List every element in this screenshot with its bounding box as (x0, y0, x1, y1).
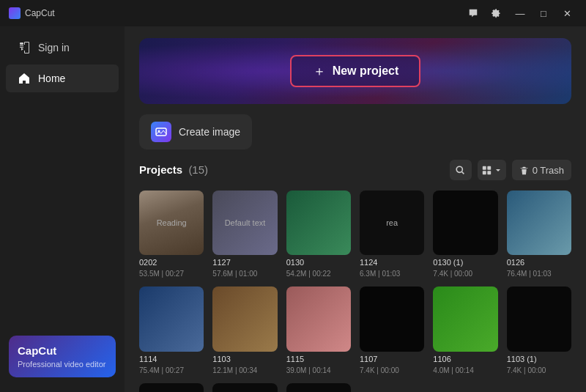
project-thumbnail (139, 383, 204, 392)
project-meta: 7.4K | 00:00 (433, 270, 497, 278)
projects-grid: Reading020253.5M | 00:27Default text1127… (139, 191, 571, 392)
thumb-label: rea (360, 191, 424, 255)
svg-rect-9 (482, 171, 486, 174)
create-image-button[interactable]: Create image (139, 114, 252, 149)
project-card[interactable] (212, 383, 277, 392)
project-name: 0130 (286, 258, 351, 267)
svg-line-6 (462, 171, 464, 174)
project-thumbnail (286, 191, 351, 255)
grid-toggle-button[interactable] (478, 160, 506, 180)
feedback-btn[interactable] (463, 5, 483, 21)
home-label: Home (38, 73, 65, 84)
new-project-label: New project (333, 64, 399, 78)
project-meta: 39.0M | 00:14 (286, 366, 351, 374)
project-thumbnail: rea (360, 191, 424, 255)
project-card[interactable]: 013054.2M | 00:22 (286, 191, 351, 278)
project-card[interactable]: 1103 (1)7.4K | 00:00 (507, 286, 571, 374)
projects-title-area: Projects (15) (139, 163, 208, 177)
svg-rect-2 (20, 47, 23, 48)
svg-point-5 (456, 166, 462, 172)
project-name: 1106 (433, 355, 497, 363)
project-card[interactable]: Reading020253.5M | 00:27 (139, 191, 204, 278)
project-card[interactable]: 111475.4M | 00:27 (139, 286, 204, 374)
project-card[interactable]: 110312.1M | 00:34 (212, 286, 277, 374)
minimize-btn[interactable]: — (510, 5, 530, 21)
project-card[interactable] (286, 383, 351, 392)
sidebar-item-signin[interactable]: Sign in (6, 34, 119, 62)
project-name: 1127 (212, 258, 277, 267)
create-image-section: Create image (139, 114, 571, 149)
project-thumbnail (360, 286, 424, 351)
title-bar: CapCut — □ ✕ (0, 0, 586, 26)
project-name: 0202 (139, 258, 204, 267)
project-thumbnail (139, 286, 204, 351)
capcut-branding: CapCut Professional video editor (9, 336, 116, 377)
project-meta: 7.4K | 00:00 (507, 366, 571, 374)
trash-label: 0 Trash (533, 165, 564, 176)
project-meta: 57.6M | 01:00 (212, 270, 277, 278)
trash-button[interactable]: 0 Trash (512, 160, 571, 180)
capcut-logo-text: CapCut (18, 344, 107, 357)
close-btn[interactable]: ✕ (557, 5, 577, 21)
project-name: 1103 (1) (507, 355, 571, 363)
project-name: 1107 (360, 355, 424, 363)
project-name: 0126 (507, 258, 571, 267)
app-icon (9, 7, 21, 19)
maximize-btn[interactable]: □ (533, 5, 554, 21)
projects-header: Projects (15) 0 Trash (139, 160, 571, 180)
plus-icon: ＋ (312, 64, 327, 78)
project-meta: 7.4K | 00:00 (360, 366, 424, 374)
title-bar-left: CapCut (9, 7, 55, 19)
svg-rect-0 (20, 42, 23, 45)
project-card[interactable]: 0130 (1)7.4K | 00:00 (433, 191, 497, 278)
svg-rect-10 (487, 171, 491, 174)
svg-rect-1 (20, 45, 23, 46)
project-thumbnail (212, 286, 277, 351)
project-card[interactable]: 11064.0M | 00:14 (433, 286, 497, 374)
window-controls: — □ ✕ (463, 5, 577, 21)
create-image-label: Create image (179, 126, 240, 138)
hero-banner: ＋ New project (139, 38, 571, 104)
search-button[interactable] (450, 160, 472, 180)
capcut-subtitle: Professional video editor (18, 360, 107, 369)
project-thumbnail: Default text (212, 191, 277, 255)
projects-title: Projects (15) (139, 163, 208, 176)
app-name: CapCut (25, 8, 55, 18)
project-meta: 54.2M | 00:22 (286, 270, 351, 278)
thumb-label: Default text (212, 191, 277, 255)
project-meta: 4.0M | 00:14 (433, 366, 497, 374)
project-card[interactable]: rea11246.3M | 01:03 (360, 191, 424, 278)
signin-icon (18, 41, 31, 54)
project-thumbnail (212, 383, 277, 392)
project-card[interactable]: Default text112757.6M | 01:00 (212, 191, 277, 278)
project-name: 1115 (286, 355, 351, 363)
project-meta: 6.3M | 01:03 (360, 270, 424, 278)
svg-rect-8 (487, 166, 491, 169)
sidebar-item-home[interactable]: Home (6, 64, 119, 92)
sidebar-bottom: CapCut Professional video editor (0, 327, 125, 386)
new-project-button[interactable]: ＋ New project (290, 55, 421, 87)
project-name: 0130 (1) (433, 258, 497, 267)
project-card[interactable]: 11077.4K | 00:00 (360, 286, 424, 374)
project-thumbnail (507, 191, 571, 255)
project-thumbnail (286, 286, 351, 351)
thumb-label: Reading (139, 191, 204, 255)
project-thumbnail (286, 383, 351, 392)
project-thumbnail (433, 191, 497, 255)
project-thumbnail (507, 286, 571, 351)
project-meta: 75.4M | 00:27 (139, 366, 204, 374)
project-thumbnail: Reading (139, 191, 204, 255)
project-card[interactable]: 012676.4M | 01:03 (507, 191, 571, 278)
project-name: 1124 (360, 258, 424, 267)
project-name: 1114 (139, 355, 204, 363)
sidebar: Sign in Home CapCut Professional video e… (0, 26, 125, 392)
app-body: Sign in Home CapCut Professional video e… (0, 26, 586, 392)
project-card[interactable] (139, 383, 204, 392)
project-meta: 76.4M | 01:03 (507, 270, 571, 278)
home-icon (18, 72, 31, 85)
project-meta: 12.1M | 00:34 (212, 366, 277, 374)
project-card[interactable]: 111539.0M | 00:14 (286, 286, 351, 374)
project-name: 1103 (212, 355, 277, 363)
project-meta: 53.5M | 00:27 (139, 270, 204, 278)
settings-btn[interactable] (486, 5, 507, 21)
